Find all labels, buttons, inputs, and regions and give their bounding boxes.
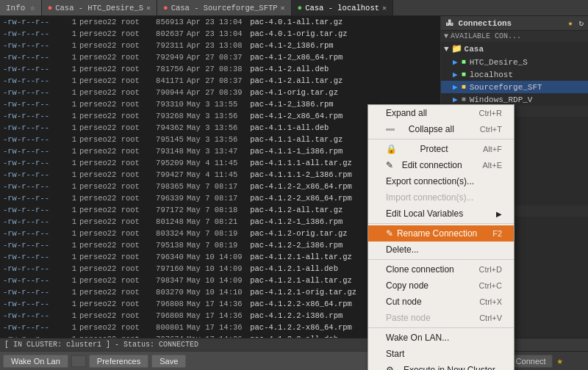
ctx-execute-new-label: Execute in New Cluster... xyxy=(404,365,502,370)
ctx-paste-label: Paste node xyxy=(386,313,431,323)
tab-icon-htc: ● xyxy=(48,4,53,12)
ctx-import: Import connection(s)... xyxy=(368,189,514,206)
ctx-protect-shortcut: Alt+F xyxy=(483,145,502,153)
preferences-button[interactable]: Preferences xyxy=(89,355,148,368)
ctx-clone-label: Clone connection xyxy=(386,264,454,275)
ctx-copy-shortcut: Ctrl+C xyxy=(479,281,502,290)
ctx-collapse-shortcut: Ctrl+T xyxy=(480,125,502,134)
ctx-sep-1 xyxy=(368,139,514,139)
ctx-rename-shortcut: F2 xyxy=(492,229,502,238)
ctx-rename-label: Rename Connection xyxy=(397,228,477,239)
context-overlay: Expand all Ctrl+R Collapse all Ctrl+T 🔒 … xyxy=(0,16,588,338)
tab-icon-local: ● xyxy=(298,4,303,12)
tab-htc[interactable]: ● Casa - HTC_Desire_S ✕ xyxy=(42,0,157,15)
ctx-start-label: Start xyxy=(386,349,404,359)
tab-info[interactable]: Info ☆ xyxy=(0,0,42,15)
ctx-copy-label: Copy node xyxy=(386,280,429,291)
tab-local[interactable]: ● Casa - localhost ✕ xyxy=(292,0,393,15)
execute-new-icon: ⚙ xyxy=(386,365,394,370)
ctx-protect[interactable]: 🔒 Protect Alt+F xyxy=(368,141,514,157)
rename-icon: ✎ xyxy=(386,228,393,239)
info-tab-label: Info ☆ xyxy=(6,3,35,12)
ctx-start[interactable]: Start xyxy=(368,346,514,362)
ctx-expand-all[interactable]: Expand all Ctrl+R xyxy=(368,105,514,121)
ctx-sep-4 xyxy=(368,327,514,328)
tab-label-htc: Casa - HTC_Desire_S xyxy=(55,4,143,12)
status-text: [ IN CLUSTER: cluster1 ] - Status: CONNE… xyxy=(4,341,198,349)
close-tab-local[interactable]: ✕ xyxy=(382,4,387,12)
ctx-expand-shortcut: Ctrl+R xyxy=(479,109,502,117)
ctx-wake-on-lan[interactable]: Wake On LAN... xyxy=(368,330,514,346)
save-button[interactable]: Save xyxy=(151,355,186,368)
ctx-protect-label: Protect xyxy=(420,144,448,154)
tab-icon-sftp: ● xyxy=(163,4,168,12)
ctx-edit-connection[interactable]: ✎ Edit connection Alt+E xyxy=(368,157,514,173)
ctx-delete-label: Delete... xyxy=(386,244,419,255)
ctx-local-vars-label: Edit Local Variables xyxy=(386,208,463,219)
ctx-cut-label: Cut node xyxy=(386,297,422,307)
ctx-paste-shortcut: Ctrl+V xyxy=(479,313,502,322)
tab-bar: Info ☆ ● Casa - HTC_Desire_S ✕ ● Casa - … xyxy=(0,0,588,16)
ctx-export-label: Export connection(s)... xyxy=(386,176,474,186)
tab-sftp[interactable]: ● Casa - Sourceforge_SFTP ✕ xyxy=(157,0,292,15)
ctx-delete[interactable]: Delete... xyxy=(368,242,514,258)
ctx-collapse-label: Collapse all xyxy=(409,124,454,134)
submenu-arrow: ▶ xyxy=(496,210,502,218)
ctx-clone[interactable]: Clone connection Ctrl+D xyxy=(368,261,514,278)
ctx-collapse-all[interactable]: Collapse all Ctrl+T xyxy=(368,121,514,137)
tab-label-local: Casa - localhost xyxy=(305,4,379,12)
edit-icon: ✎ xyxy=(386,160,393,170)
ctx-cut-node[interactable]: Cut node Ctrl+X xyxy=(368,294,514,310)
ctx-clone-shortcut: Ctrl+D xyxy=(479,265,502,274)
ctx-paste-node: Paste node Ctrl+V xyxy=(368,310,514,326)
bookmark-icon: ★ xyxy=(557,355,563,367)
ctx-edit-local-vars[interactable]: Edit Local Variables ▶ xyxy=(368,206,514,222)
close-tab-sftp[interactable]: ✕ xyxy=(281,4,285,12)
ctx-execute-new[interactable]: ⚙ Execute in New Cluster... xyxy=(368,362,514,370)
ctx-sep-3 xyxy=(368,259,514,260)
close-tab-htc[interactable]: ✕ xyxy=(146,4,151,12)
ctx-expand-label: Expand all xyxy=(386,108,427,118)
wake-on-lan-button[interactable]: Wake On Lan xyxy=(3,355,68,368)
ctx-cut-shortcut: Ctrl+X xyxy=(479,297,502,306)
ctx-wake-label: Wake On LAN... xyxy=(386,333,449,343)
ctx-edit-shortcut: Alt+E xyxy=(482,161,502,170)
ctx-sep-2 xyxy=(368,223,514,224)
ctx-import-label: Import connection(s)... xyxy=(386,192,473,203)
collapse-icon xyxy=(386,128,395,131)
ctx-edit-label: Edit connection xyxy=(402,160,462,170)
ctx-export[interactable]: Export connection(s)... xyxy=(368,173,514,189)
ctx-rename[interactable]: ✎ Rename Connection F2 xyxy=(368,225,514,242)
protect-icon: 🔒 xyxy=(386,144,397,154)
tab-label-sftp: Casa - Sourceforge_SFTP xyxy=(171,4,278,12)
context-menu: Expand all Ctrl+R Collapse all Ctrl+T 🔒 … xyxy=(368,104,514,370)
ctx-copy-node[interactable]: Copy node Ctrl+C xyxy=(368,278,514,294)
connect-button[interactable]: Connect xyxy=(509,355,553,368)
stop-button[interactable] xyxy=(71,355,86,367)
